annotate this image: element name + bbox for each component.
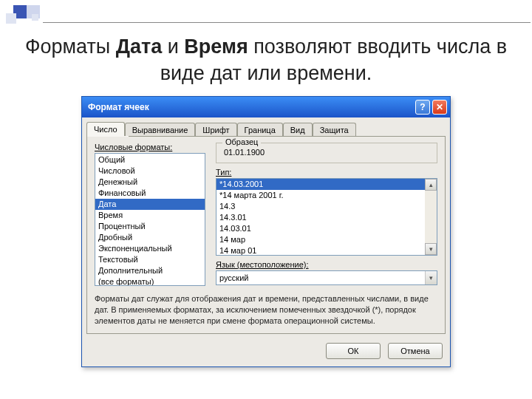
- tab-защита[interactable]: Защита: [313, 123, 356, 137]
- locale-value: русский: [216, 273, 425, 282]
- list-item[interactable]: Процентный: [95, 221, 205, 232]
- list-item[interactable]: 14.03.01: [216, 223, 425, 234]
- dialog-title: Формат ячеек: [88, 102, 149, 112]
- scroll-up-button[interactable]: ▴: [425, 179, 437, 191]
- list-item[interactable]: (все форматы): [95, 276, 205, 286]
- list-item[interactable]: Числовой: [95, 166, 205, 177]
- chevron-down-icon[interactable]: ▾: [425, 271, 437, 284]
- sample-value: 01.01.1900: [222, 148, 431, 157]
- type-list[interactable]: *14.03.2001*14 марта 2001 г.14.314.3.011…: [216, 178, 437, 256]
- scroll-down-button[interactable]: ▾: [425, 243, 437, 255]
- list-item[interactable]: *14.03.2001: [216, 179, 425, 190]
- list-item[interactable]: Финансовый: [95, 188, 205, 199]
- tab-вид[interactable]: Вид: [283, 123, 313, 137]
- tab-число[interactable]: Число: [86, 122, 125, 136]
- list-item[interactable]: 14 мар: [216, 234, 425, 245]
- list-item[interactable]: 14.3: [216, 201, 425, 212]
- help-button[interactable]: ?: [415, 100, 430, 115]
- scrollbar[interactable]: ▴ ▾: [425, 179, 437, 255]
- tabstrip: ЧислоВыравниваниеШрифтГраницаВидЗащита: [82, 117, 450, 136]
- tab-шрифт[interactable]: Шрифт: [195, 123, 236, 137]
- close-button[interactable]: ✕: [432, 100, 447, 115]
- dialog-buttons: ОК Отмена: [82, 338, 450, 366]
- ok-button[interactable]: ОК: [326, 343, 381, 359]
- sample-group: Образец 01.01.1900: [216, 143, 437, 163]
- format-cells-dialog: Формат ячеек ? ✕ ЧислоВыравниваниеШрифтГ…: [81, 96, 451, 368]
- tab-выравнивание[interactable]: Выравнивание: [125, 123, 196, 137]
- tab-panel-number: Числовые форматы: ОбщийЧисловойДенежныйФ…: [86, 136, 446, 335]
- locale-label: Язык (местоположение):: [216, 260, 437, 269]
- titlebar[interactable]: Формат ячеек ? ✕: [82, 97, 450, 117]
- list-item[interactable]: Дата: [95, 199, 205, 210]
- format-description: Форматы дат служат для отображения дат и…: [95, 293, 437, 327]
- list-item[interactable]: 14.3.01: [216, 212, 425, 223]
- list-item[interactable]: *14 марта 2001 г.: [216, 190, 425, 201]
- list-item[interactable]: Общий: [95, 154, 205, 166]
- slide-decoration: [2, 2, 165, 29]
- list-item[interactable]: Дополнительный: [95, 265, 205, 276]
- type-label: Тип:: [216, 168, 437, 177]
- locale-combo[interactable]: русский ▾: [216, 270, 437, 285]
- tab-граница[interactable]: Граница: [237, 123, 283, 137]
- decoration-line: [43, 22, 531, 23]
- cancel-button[interactable]: Отмена: [388, 343, 443, 359]
- sample-label: Образец: [222, 137, 261, 146]
- list-item[interactable]: Дробный: [95, 232, 205, 243]
- list-item[interactable]: Экспоненциальный: [95, 243, 205, 254]
- list-item[interactable]: Денежный: [95, 177, 205, 188]
- formats-label: Числовые форматы:: [95, 143, 205, 151]
- scroll-track[interactable]: [425, 191, 437, 243]
- slide-heading: Форматы Дата и Время позволяют вводить ч…: [0, 33, 532, 87]
- number-formats-list[interactable]: ОбщийЧисловойДенежныйФинансовыйДатаВремя…: [95, 153, 205, 286]
- list-item[interactable]: Время: [95, 210, 205, 221]
- list-item[interactable]: Текстовый: [95, 254, 205, 265]
- list-item[interactable]: 14 мар 01: [216, 245, 425, 255]
